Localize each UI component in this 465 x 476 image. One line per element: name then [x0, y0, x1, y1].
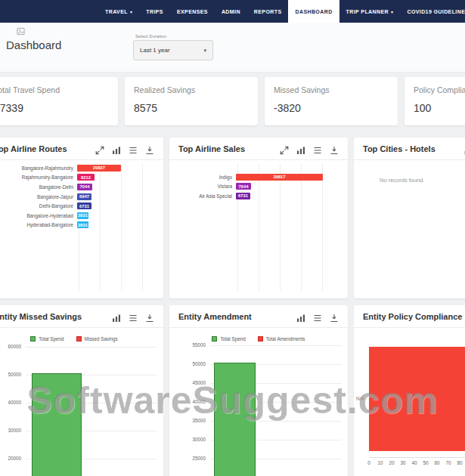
top-airline-sales-chart: Indigo39817Vistara7044Air Asia Special67…: [169, 160, 348, 298]
duration-select[interactable]: Last 1 year ▾: [133, 40, 213, 60]
chart-row: Air Asia Special6731: [169, 191, 348, 201]
bar: 6731: [77, 202, 91, 209]
bar-value: 6731: [238, 193, 248, 198]
expand-icon[interactable]: [280, 144, 289, 153]
chevron-down-icon: ▾: [130, 9, 132, 14]
bar: 7044: [236, 183, 251, 190]
axis-tick-label: 45000: [169, 380, 206, 385]
bar: 3831: [77, 212, 88, 219]
axis-tick-label: 35000: [169, 418, 206, 423]
panel-body: Total SpendTotal Amendments 550005000045…: [169, 328, 348, 476]
combo-chart-icon[interactable]: [296, 312, 305, 321]
panel-top-airline-sales: Top Airline Sales Indigo39817Vistara7044…: [169, 138, 348, 298]
export-icon[interactable]: [330, 144, 339, 153]
combo-chart-icon[interactable]: [296, 144, 305, 153]
nav-item-label: TRIP PLANNER: [346, 9, 389, 14]
kpi-value: 57339: [0, 102, 109, 114]
axis-tick-label: 40000: [0, 400, 21, 405]
category-label: Air Asia Special: [169, 193, 236, 199]
panel-header-icons: [280, 144, 339, 153]
category-label: Bangalore-Rajahmundry: [0, 165, 77, 171]
panel-top-airline-routes: Top Airline Routes Bangalore-Rajahmundry…: [0, 138, 163, 298]
axis-tick-label: 60: [432, 460, 442, 465]
bar-value: 8212: [81, 175, 91, 180]
page-content: Dashboard Select Duration Last 1 year ▾ …: [0, 0, 465, 476]
nav-item-trip-planner[interactable]: TRIP PLANNER▾: [339, 0, 401, 23]
nav-item-expenses[interactable]: EXPENSES: [170, 0, 215, 23]
nav-item-covid19-guidelines[interactable]: COVID19 GUIDELINESNew: [400, 0, 465, 23]
top-airline-routes-chart: Bangalore-Rajahmundry20827Rajahmundry-Ba…: [0, 160, 163, 298]
table-icon[interactable]: [313, 312, 322, 321]
export-icon[interactable]: [145, 144, 154, 153]
chevron-down-icon: ▾: [203, 48, 206, 54]
legend-swatch: [212, 336, 217, 342]
chart-row: Vistara7044: [169, 182, 348, 192]
legend-swatch: [258, 336, 263, 342]
combo-chart-icon[interactable]: [112, 144, 121, 153]
kpi-card-total-travel-spend: Total Travel Spend57339: [0, 77, 118, 125]
export-icon[interactable]: [330, 312, 339, 321]
panel-body: Total SpendMissed Savings 60000500004000…: [0, 328, 163, 476]
panel-header: Top Cities - Hotels: [354, 138, 465, 160]
category-label: Bangalore-Delhi: [0, 184, 77, 190]
nav-items: TRAVEL▾TRIPSEXPENSESADMINREPORTSDASHBOAR…: [0, 0, 465, 23]
panel-header-icons: [95, 144, 154, 153]
legend-label: Total Spend: [220, 336, 245, 342]
table-icon[interactable]: [129, 144, 138, 153]
bar-total-spend: [32, 373, 82, 476]
kpi-value: 8575: [134, 102, 249, 114]
chevron-down-icon: ▾: [391, 9, 393, 14]
axis-tick-label: 10: [375, 460, 386, 465]
panel-body: Bangalore-Rajahmundry20827Rajahmundry-Ba…: [0, 160, 163, 298]
panel-header: Entity Missed Savings: [0, 305, 163, 328]
panel-body: No records found.: [354, 160, 465, 298]
nav-item-dashboard[interactable]: DASHBOARD: [288, 0, 339, 23]
duration-label: Select Duration: [135, 34, 166, 39]
chart-row: Bangalore-Jaipur6947: [0, 192, 163, 202]
axis-tick-label: 30000: [0, 428, 21, 433]
kpi-value: -3820: [274, 102, 389, 114]
axis-tick-label: 50000: [0, 372, 21, 377]
panel-title: Entity Policy Compliance: [363, 312, 465, 321]
bar-value: 3831: [78, 223, 88, 227]
axis-tick-label: 40: [409, 460, 420, 465]
chart-row: Bangalore-Delhi7044: [0, 182, 163, 192]
category-label: N/A: [356, 396, 364, 401]
nav-item-label: EXPENSES: [177, 9, 208, 14]
table-icon[interactable]: [129, 312, 138, 321]
kpi-label: Total Travel Spend: [0, 85, 109, 94]
expand-icon[interactable]: [95, 144, 104, 153]
bar: 6947: [77, 193, 91, 200]
nav-item-label: TRAVEL: [105, 9, 128, 14]
axis-tick-label: 60000: [0, 344, 21, 349]
combo-chart-icon[interactable]: [112, 312, 121, 321]
chart-row: Indigo39817: [169, 172, 348, 182]
panel-title: Top Airline Routes: [0, 144, 95, 153]
bar-value: 7044: [239, 184, 249, 189]
export-icon[interactable]: [145, 312, 154, 321]
nav-item-label: REPORTS: [254, 9, 282, 14]
nav-item-reports[interactable]: REPORTS: [247, 0, 289, 23]
panel-header-icons: [296, 312, 339, 321]
panel-header: Entity Amendment: [169, 305, 348, 328]
nav-item-trips[interactable]: TRIPS: [139, 0, 170, 23]
panel-entity-missed-savings: Entity Missed Savings Total SpendMissed …: [0, 305, 163, 476]
bar-value: 6947: [79, 194, 89, 199]
panel-header: Top Airline Sales: [169, 138, 348, 160]
chart-row: Delhi-Bangalore6731: [0, 201, 163, 211]
axis-tick-label: 55000: [169, 342, 206, 348]
nav-item-travel[interactable]: TRAVEL▾: [98, 0, 139, 23]
panel-header: Top Airline Routes: [0, 138, 163, 160]
category-label: Bangalore-Hyderabad: [0, 213, 77, 218]
panel-entity-amendment: Entity Amendment Total SpendTotal Amendm…: [169, 305, 348, 476]
axis-tick-label: 25000: [169, 456, 206, 461]
chart-row: Bangalore-Hyderabad3831: [0, 211, 163, 221]
table-icon[interactable]: [313, 144, 322, 153]
category-label: Delhi-Bangalore: [0, 203, 77, 209]
nav-item-admin[interactable]: ADMIN: [215, 0, 247, 23]
bar: 7044: [77, 184, 92, 190]
top-navbar: TRAVEL▾TRIPSEXPENSESADMINREPORTSDASHBOAR…: [0, 0, 465, 23]
legend-item-total-spend: Total Spend: [30, 336, 64, 342]
category-label: Rajahmundry-Bangalore: [0, 175, 77, 180]
nav-item-label: DASHBOARD: [295, 9, 332, 14]
